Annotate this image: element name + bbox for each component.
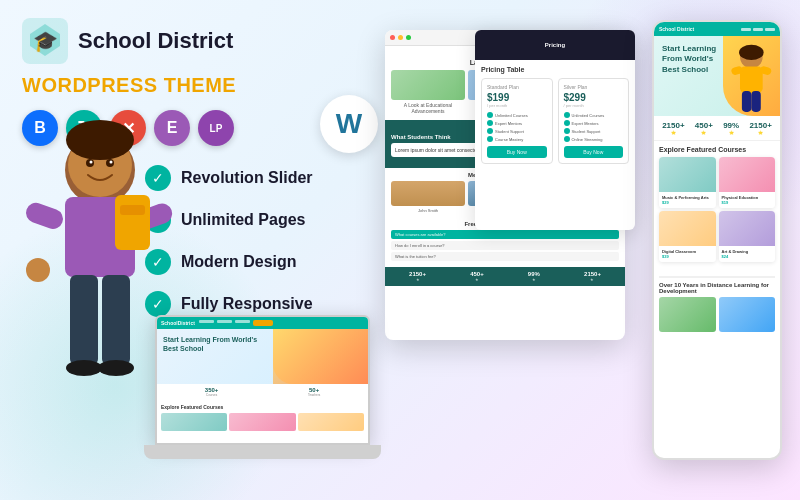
pricing-header-text: Pricing bbox=[545, 42, 565, 48]
stats-bar-mock: 2150+ ★ 450+ ★ 99% ★ 2150+ ★ bbox=[385, 267, 625, 286]
phone-course-card-4: Art & Drawing $24 bbox=[719, 211, 776, 262]
plan-btn-silver[interactable]: Buy Now bbox=[564, 146, 624, 158]
phone-course-info-4: Art & Drawing $24 bbox=[719, 246, 776, 262]
svg-point-5 bbox=[66, 120, 134, 160]
phone-course-img-3 bbox=[659, 211, 716, 246]
svg-point-19 bbox=[110, 161, 113, 164]
phone-mockup: School District Start Learning From Worl… bbox=[652, 20, 782, 460]
phone-course-info-3: Digital Classroom $39 bbox=[659, 246, 716, 262]
phone-course-price-3: $39 bbox=[662, 254, 713, 259]
svg-point-13 bbox=[66, 360, 102, 376]
feature-label-4: Fully Responsive bbox=[181, 295, 313, 313]
browser-dot-red bbox=[390, 35, 395, 40]
svg-rect-10 bbox=[120, 205, 145, 215]
phone-logo: School District bbox=[659, 26, 694, 32]
plan-btn-standard[interactable]: Buy Now bbox=[487, 146, 547, 158]
phone-hero-section: Start Learning From World's Best School bbox=[654, 36, 780, 116]
laptop-courses-grid bbox=[161, 413, 364, 431]
browser-dot-green bbox=[406, 35, 411, 40]
teacher-card-1: John Smith bbox=[391, 181, 465, 213]
phone-nav-dots bbox=[741, 28, 775, 31]
svg-rect-26 bbox=[752, 91, 761, 112]
pricing-card-silver: Silver Plan $299 / per month Unlimited C… bbox=[558, 78, 630, 164]
laptop-course-card-1 bbox=[161, 413, 227, 431]
plan-feature-s1: Unlimited Courses bbox=[564, 112, 624, 118]
laptop-base bbox=[144, 445, 381, 459]
badge-learnpress: LP bbox=[198, 110, 234, 146]
phone-courses-grid: Music & Performing Arts $29 Physical Edu… bbox=[659, 157, 775, 262]
plan-feature-s4: Online Streaming bbox=[564, 136, 624, 142]
phone-course-card-2: Physical Education $19 bbox=[719, 157, 776, 208]
laptop-mockup: SchoolDistrict Start Learning From World… bbox=[155, 315, 370, 470]
feature-label-1: Revolution Slider bbox=[181, 169, 313, 187]
plan-feature-1: Unlimited Courses bbox=[487, 112, 547, 118]
phone-course-info-1: Music & Performing Arts $29 bbox=[659, 192, 716, 208]
laptop-stat-2: 50+ Teachers bbox=[308, 387, 320, 397]
phone-stat-1: 2150+ ⭐ bbox=[662, 121, 684, 135]
svg-text:🎓: 🎓 bbox=[33, 29, 58, 53]
wordpress-badge: W bbox=[320, 95, 378, 153]
stat-1: 2150+ ★ bbox=[409, 271, 426, 282]
theme-label: WORDPRESS THEME bbox=[22, 74, 236, 97]
faq-item-2: How do I enroll in a course? bbox=[391, 241, 619, 250]
teacher-img-1 bbox=[391, 181, 465, 206]
phone-course-card-3: Digital Classroom $39 bbox=[659, 211, 716, 262]
plan-feature-s3: Student Support bbox=[564, 128, 624, 134]
pricing-table-title: Pricing Table bbox=[481, 66, 629, 73]
plan-price-standard: $199 bbox=[487, 92, 547, 103]
svg-rect-11 bbox=[70, 275, 98, 365]
phone-stat-4: 2150+ ⭐ bbox=[749, 121, 771, 135]
plan-feature-2: Expert Mentors bbox=[487, 120, 547, 126]
laptop-screen: SchoolDistrict Start Learning From World… bbox=[155, 315, 370, 445]
laptop-course-card-2 bbox=[229, 413, 295, 431]
pricing-header-bar: Pricing bbox=[475, 30, 635, 60]
phone-stat-2: 450+ ⭐ bbox=[695, 121, 713, 135]
laptop-hero-image bbox=[273, 329, 368, 384]
laptop-screen-content: SchoolDistrict Start Learning From World… bbox=[157, 317, 368, 443]
phone-course-img-2 bbox=[719, 157, 776, 192]
phone-hero-image bbox=[723, 36, 780, 116]
plan-feature-s2: Expert Mentors bbox=[564, 120, 624, 126]
plan-price-silver: $299 bbox=[564, 92, 624, 103]
svg-rect-22 bbox=[740, 67, 763, 93]
phone-nav-bar: School District bbox=[654, 22, 780, 36]
laptop-hero-section: Start Learning From World's Best School bbox=[157, 329, 368, 384]
news-caption-1: A Look at Educational Advancements bbox=[391, 102, 465, 114]
header: 🎓 School District bbox=[22, 18, 233, 64]
brand-name: School District bbox=[78, 29, 233, 53]
news-img-1 bbox=[391, 70, 465, 100]
phone-course-price-2: $19 bbox=[722, 200, 773, 205]
laptop-courses-title: Explore Featured Courses bbox=[161, 404, 364, 410]
phone-course-price-4: $24 bbox=[722, 254, 773, 259]
pricing-mockup: Pricing Pricing Table Standard Plan $199… bbox=[475, 30, 635, 230]
phone-course-img-1 bbox=[659, 157, 716, 192]
phone-stat-3: 99% ⭐ bbox=[723, 121, 739, 135]
phone-course-card-1: Music & Performing Arts $29 bbox=[659, 157, 716, 208]
laptop-nav-items bbox=[199, 320, 273, 326]
laptop-stats-bar: 350+ Courses 50+ Teachers bbox=[157, 384, 368, 400]
browser-dot-yellow bbox=[398, 35, 403, 40]
plan-feature-3: Student Support bbox=[487, 128, 547, 134]
faq-item-1-active: What courses are available? bbox=[391, 230, 619, 239]
news-item-1: A Look at Educational Advancements bbox=[391, 70, 465, 114]
laptop-stat-1: 350+ Courses bbox=[205, 387, 219, 397]
svg-rect-12 bbox=[102, 275, 130, 365]
plan-period-silver: / per month bbox=[564, 103, 624, 108]
plan-period-standard: / per month bbox=[487, 103, 547, 108]
phone-about-images bbox=[659, 297, 775, 332]
svg-point-21 bbox=[739, 45, 764, 60]
phone-stat-num-1: 2150+ bbox=[662, 121, 684, 130]
logo-icon: 🎓 bbox=[22, 18, 68, 64]
phone-hero-title: Start Learning From World's Best School bbox=[662, 44, 728, 75]
phone-course-title-1: Music & Performing Arts bbox=[662, 195, 713, 200]
laptop-courses-section: Explore Featured Courses bbox=[157, 400, 368, 435]
svg-rect-7 bbox=[23, 200, 66, 232]
stat-4: 2150+ ★ bbox=[584, 271, 601, 282]
phone-stat-num-2: 450+ bbox=[695, 121, 713, 130]
phone-extra-section: Over 10 Years in Distance Learning for D… bbox=[654, 271, 780, 337]
svg-point-14 bbox=[98, 360, 134, 376]
stat-3: 99% ★ bbox=[528, 271, 540, 282]
plan-feature-4: Course Mastery bbox=[487, 136, 547, 142]
pricing-card-standard: Standard Plan $199 / per month Unlimited… bbox=[481, 78, 553, 164]
pricing-cards-container: Standard Plan $199 / per month Unlimited… bbox=[481, 78, 629, 164]
